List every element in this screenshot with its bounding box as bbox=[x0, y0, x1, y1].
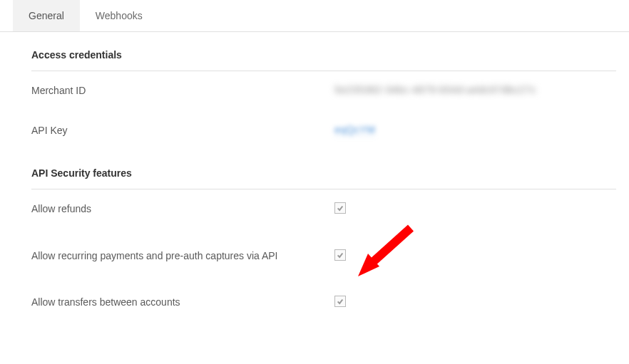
allow-transfers-checkbox[interactable] bbox=[334, 296, 346, 307]
merchant-id-label: Merchant ID bbox=[31, 84, 334, 98]
allow-recurring-label: Allow recurring payments and pre-auth ca… bbox=[31, 249, 334, 264]
allow-refunds-label: Allow refunds bbox=[31, 202, 334, 217]
api-key-text[interactable]: eqQcYM bbox=[334, 124, 375, 137]
check-icon bbox=[337, 204, 344, 212]
tabs-bar: General Webhooks bbox=[0, 0, 629, 32]
row-allow-refunds: Allow refunds bbox=[31, 189, 616, 229]
row-allow-transfers: Allow transfers between accounts bbox=[31, 283, 616, 323]
tab-general[interactable]: General bbox=[13, 0, 80, 31]
api-key-label: API Key bbox=[31, 124, 334, 138]
row-api-key: API Key eqQcYM bbox=[31, 111, 616, 151]
section-title-security: API Security features bbox=[31, 150, 616, 189]
allow-recurring-checkbox[interactable] bbox=[334, 249, 346, 261]
section-title-credentials: Access credentials bbox=[31, 32, 616, 71]
merchant-id-text: 5e235382-34bc-4879-b54d-a4dc97dbc27c bbox=[334, 84, 536, 95]
api-key-value: eqQcYM bbox=[334, 124, 616, 137]
check-icon bbox=[337, 251, 344, 259]
merchant-id-value: 5e235382-34bc-4879-b54d-a4dc97dbc27c bbox=[334, 84, 616, 95]
tab-webhooks[interactable]: Webhooks bbox=[80, 0, 158, 31]
content-area: Access credentials Merchant ID 5e235382-… bbox=[0, 32, 629, 323]
row-allow-recurring: Allow recurring payments and pre-auth ca… bbox=[31, 229, 616, 284]
row-merchant-id: Merchant ID 5e235382-34bc-4879-b54d-a4dc… bbox=[31, 71, 616, 111]
check-icon bbox=[337, 298, 344, 305]
allow-refunds-checkbox[interactable] bbox=[334, 202, 346, 214]
allow-transfers-label: Allow transfers between accounts bbox=[31, 296, 334, 310]
